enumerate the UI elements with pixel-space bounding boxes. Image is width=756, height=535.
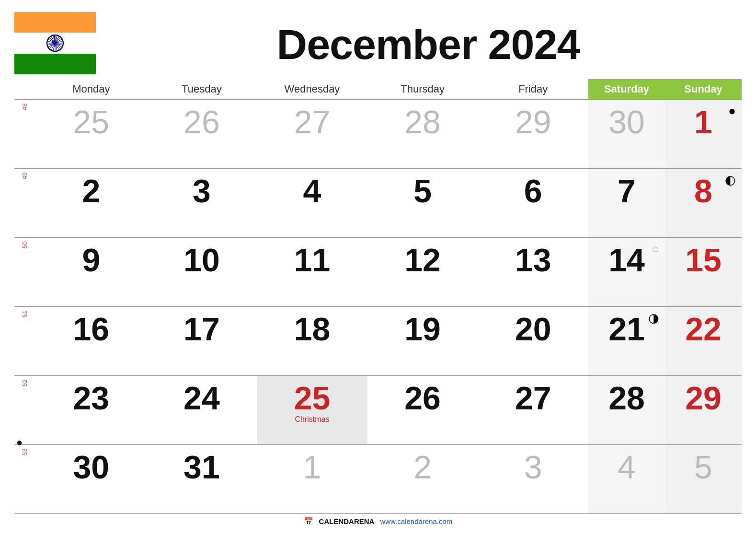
day-number: 22 (685, 313, 722, 345)
day-header-thu: Thursday (367, 79, 478, 99)
day-number: 11 (294, 244, 331, 276)
day-cell-dec31: 31 (147, 445, 257, 513)
day-number: 9 (82, 244, 100, 276)
day-cell-dec26: 26 (367, 376, 478, 444)
header-section: December 2024 (14, 10, 742, 74)
day-headers: Monday Tuesday Wednesday Thursday Friday… (14, 79, 742, 99)
day-number: 27 (515, 382, 551, 414)
ashoka-chakra (46, 35, 64, 52)
day-cell-dec20: 20 (478, 307, 588, 375)
day-header-wed: Wednesday (257, 79, 367, 99)
day-number: 2 (413, 451, 432, 483)
day-number: 12 (404, 244, 441, 276)
calendar-container: December 2024 Monday Tuesday Wednesday T… (0, 0, 756, 535)
day-cell-dec19: 19 (367, 307, 478, 375)
day-number: 24 (183, 382, 220, 414)
day-number: 5 (694, 451, 712, 483)
day-number: 30 (73, 451, 109, 483)
day-number: 31 (183, 451, 220, 483)
day-number: 1 (303, 451, 321, 483)
day-number: 20 (515, 313, 551, 345)
day-number: 3 (524, 451, 542, 483)
brand-name: CALENDARENA (319, 517, 375, 525)
day-number: 19 (404, 313, 441, 345)
day-number: 18 (294, 313, 331, 345)
day-number: 28 (404, 105, 441, 138)
day-cell-nov30: 30 (588, 100, 665, 168)
day-header-sun: Sunday (665, 79, 742, 99)
day-cell-dec9: 9 (36, 238, 147, 306)
week-row-50: 50 9 10 11 12 13 ○ 14 15 (14, 237, 742, 306)
day-cell-dec29: 29 (665, 376, 742, 444)
day-number: 4 (303, 174, 321, 207)
day-number: 14 (608, 244, 645, 276)
calendar-rows: 48 25 26 27 28 29 30 ● 1 49 2 3 4 5 6 (14, 99, 742, 514)
day-cell-dec4: 4 (257, 169, 367, 237)
day-cell-jan5: 5 (665, 445, 742, 513)
day-number: 29 (685, 382, 722, 414)
day-number: 1 (694, 105, 712, 138)
day-number: 6 (524, 174, 542, 207)
day-header-tue: Tuesday (147, 79, 257, 99)
flag-bottom (14, 54, 96, 74)
calendar-grid: Monday Tuesday Wednesday Thursday Friday… (14, 79, 742, 514)
week-row-48: 48 25 26 27 28 29 30 ● 1 (14, 99, 742, 168)
day-cell-nov26: 26 (147, 100, 257, 168)
day-cell-dec25: 25 Christmas (257, 376, 367, 444)
day-cell-nov28: 28 (367, 100, 478, 168)
month-title: December 2024 (115, 19, 742, 66)
day-cell-dec24: 24 (147, 376, 257, 444)
week-num-52: 52 (14, 376, 36, 444)
day-cell-dec2: 2 (36, 169, 147, 237)
day-number: 21 (608, 313, 645, 345)
day-cell-dec5: 5 (367, 169, 478, 237)
week-num-header-empty (14, 79, 36, 99)
day-number: 26 (183, 105, 220, 138)
week-num-49: 49 (14, 169, 36, 237)
week-num-48: 48 (14, 100, 36, 168)
day-cell-nov29: 29 (478, 100, 588, 168)
day-cell-dec13: 13 (478, 238, 588, 306)
day-cell-dec21: ◑ 21 (588, 307, 665, 375)
day-cell-jan4: 4 (588, 445, 665, 513)
day-cell-dec6: 6 (478, 169, 588, 237)
day-number: 25 (294, 382, 331, 414)
day-number: 30 (608, 105, 645, 138)
day-cell-dec11: 11 (257, 238, 367, 306)
week-num-51: 51 (14, 307, 36, 375)
day-cell-dec1: ● 1 (665, 100, 742, 168)
flag-middle (14, 33, 96, 54)
day-number: 13 (515, 244, 551, 276)
week-row-53: 53 ● 30 31 1 2 3 4 5 (14, 444, 742, 514)
moon-full-icon: ● (728, 104, 736, 118)
day-cell-jan2: 2 (367, 445, 478, 513)
day-cell-dec17: 17 (147, 307, 257, 375)
calendar-icon: 📅 (304, 517, 313, 526)
week-row-51: 51 16 17 18 19 20 ◑ 21 22 (14, 306, 742, 375)
flag-top (14, 12, 96, 33)
week-row-49: 49 2 3 4 5 6 7 ◐ 8 (14, 168, 742, 237)
day-number: 25 (73, 105, 109, 138)
week-row-52: 52 23 24 25 Christmas 26 27 28 29 (14, 375, 742, 444)
day-number: 3 (193, 174, 211, 207)
flag (14, 12, 96, 74)
day-number: 17 (183, 313, 220, 345)
day-number: 27 (294, 105, 331, 138)
day-number: 29 (515, 105, 551, 138)
week-num-50: 50 (14, 238, 36, 306)
day-cell-dec3: 3 (147, 169, 257, 237)
day-number: 4 (618, 451, 636, 483)
moon-last-quarter-icon: ◑ (648, 311, 659, 326)
day-cell-dec7: 7 (588, 169, 665, 237)
day-cell-dec30: 30 (36, 445, 147, 513)
day-cell-dec8: ◐ 8 (665, 169, 742, 237)
week-num-53: 53 (14, 445, 36, 513)
day-cell-dec12: 12 (367, 238, 478, 306)
day-header-sat: Saturday (588, 79, 665, 99)
day-cell-dec18: 18 (257, 307, 367, 375)
day-number: 10 (183, 244, 220, 276)
day-header-mon: Monday (36, 79, 147, 99)
day-number: 16 (73, 313, 109, 345)
day-cell-dec27: 27 (478, 376, 588, 444)
day-cell-dec22: 22 (665, 307, 742, 375)
